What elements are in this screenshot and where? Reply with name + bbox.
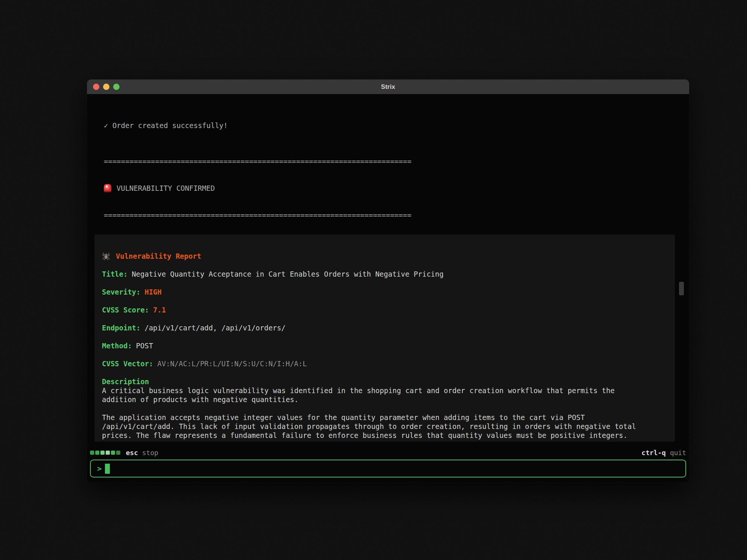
field-value: /api/v1/cart/add, /api/v1/orders/ bbox=[145, 324, 286, 332]
text-cursor bbox=[105, 464, 110, 474]
field-label: CVSS Score: bbox=[102, 306, 149, 314]
report-field-title: Title:Negative Quantity Acceptance in Ca… bbox=[102, 270, 675, 279]
window-titlebar[interactable]: Strix bbox=[87, 80, 689, 94]
siren-icon bbox=[104, 184, 111, 192]
report-field-endpoint: Endpoint:/api/v1/cart/add, /api/v1/order… bbox=[102, 323, 675, 332]
close-button[interactable] bbox=[93, 84, 99, 90]
spider-icon bbox=[102, 252, 110, 260]
description-line: prices. The flaw represents a fundamenta… bbox=[102, 431, 675, 440]
stop-key-hint: esc bbox=[126, 449, 138, 457]
report-header: Vulnerability Report bbox=[102, 252, 675, 261]
report-heading: Vulnerability Report bbox=[116, 252, 201, 261]
report-field-method: Method:POST bbox=[102, 341, 675, 350]
vulnerability-confirmed-row: VULNERABILITY CONFIRMED bbox=[104, 184, 672, 193]
field-value: Negative Quantity Acceptance in Cart Ena… bbox=[132, 270, 444, 278]
field-value: AV:N/AC:L/PR:L/UI:N/S:U/C:N/I:H/A:L bbox=[157, 360, 307, 368]
report-field-severity: Severity:HIGH bbox=[102, 287, 675, 296]
vulnerability-confirmed-heading: VULNERABILITY CONFIRMED bbox=[117, 184, 215, 193]
field-label: Method: bbox=[102, 342, 132, 350]
field-label: Endpoint: bbox=[102, 324, 140, 332]
field-label: CVSS Vector: bbox=[102, 360, 153, 368]
command-input[interactable]: > bbox=[90, 460, 686, 477]
report-field-cvss-score: CVSS Score:7.1 bbox=[102, 305, 675, 314]
description-line: The application accepts negative integer… bbox=[102, 413, 675, 422]
status-left: esc stop bbox=[90, 449, 158, 457]
order-success-message: ✓ Order created successfully! bbox=[104, 121, 672, 130]
field-value: 7.1 bbox=[153, 306, 166, 314]
description-line: /api/v1/cart/add. This lack of input val… bbox=[102, 422, 675, 431]
separator-line: ========================================… bbox=[104, 211, 672, 220]
terminal-window: Strix ✓ Order created successfully! ====… bbox=[87, 80, 689, 482]
window-title: Strix bbox=[381, 83, 395, 91]
quit-key-hint: ctrl-q bbox=[642, 449, 666, 457]
minimize-button[interactable] bbox=[103, 84, 109, 90]
quit-key-label: quit bbox=[670, 449, 686, 457]
separator-line: ========================================… bbox=[104, 157, 672, 166]
vulnerability-report-panel: Vulnerability Report Title:Negative Quan… bbox=[94, 234, 675, 442]
stop-key-label: stop bbox=[142, 449, 158, 457]
status-right: ctrl-q quit bbox=[642, 449, 686, 457]
window-controls bbox=[93, 80, 120, 94]
field-label: Title: bbox=[102, 270, 128, 278]
zoom-button[interactable] bbox=[113, 84, 120, 90]
description-heading: Description bbox=[102, 377, 675, 386]
prompt-symbol: > bbox=[97, 464, 102, 473]
activity-spinner-icon bbox=[90, 451, 120, 455]
field-value: POST bbox=[136, 342, 153, 350]
field-value: HIGH bbox=[145, 288, 162, 296]
field-label: Severity: bbox=[102, 288, 140, 296]
status-bar: esc stop ctrl-q quit bbox=[90, 448, 686, 457]
scrollbar-thumb[interactable] bbox=[679, 282, 684, 295]
report-field-cvss-vector: CVSS Vector:AV:N/AC:L/PR:L/UI:N/S:U/C:N/… bbox=[102, 359, 675, 368]
description-line: addition of products with negative quant… bbox=[102, 395, 675, 404]
description-line: A critical business logic vulnerability … bbox=[102, 386, 675, 395]
